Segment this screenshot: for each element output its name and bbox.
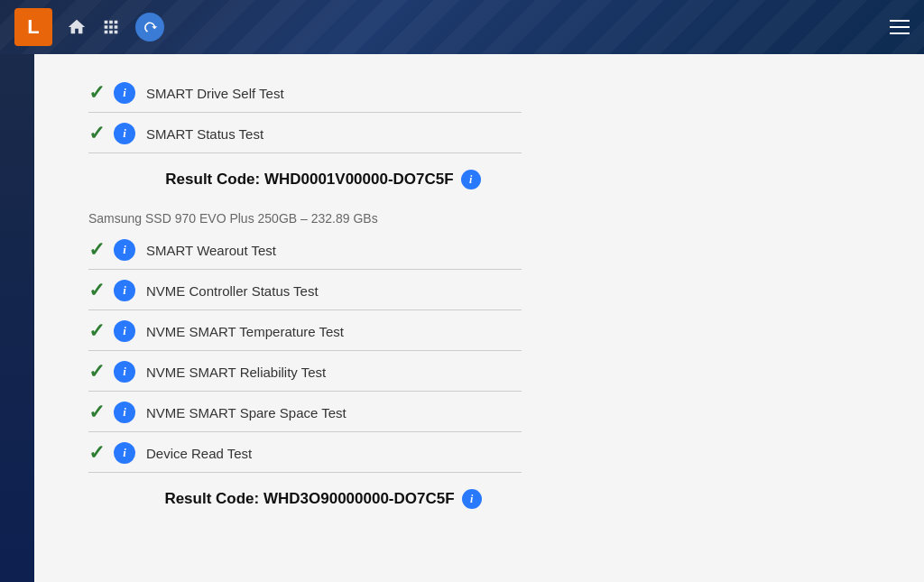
logo-button[interactable]: L	[14, 8, 52, 46]
content-area: ✓ i SMART Drive Self Test ✓ i SMART Stat…	[34, 54, 924, 582]
test-label: NVME Controller Status Test	[146, 283, 319, 299]
info-button[interactable]: i	[114, 442, 135, 464]
info-button[interactable]: i	[114, 123, 135, 144]
test-item: ✓ i SMART Wearout Test	[88, 229, 522, 270]
info-button[interactable]: i	[114, 82, 135, 104]
result-info-icon-2[interactable]: i	[462, 489, 482, 509]
test-label: NVME SMART Spare Space Test	[146, 405, 346, 420]
info-button[interactable]: i	[114, 280, 135, 301]
test-item: ✓ i NVME SMART Reliability Test	[88, 351, 522, 392]
test-label: SMART Status Test	[146, 126, 263, 142]
check-icon: ✓	[88, 319, 105, 343]
hamburger-menu[interactable]	[890, 20, 910, 34]
result-code-2: Result Code: WHD3O90000000-DO7C5F i	[88, 473, 558, 518]
check-icon: ✓	[88, 279, 105, 302]
result-code-text-1: Result Code: WHD0001V00000-DO7C5F i	[165, 170, 480, 189]
info-button[interactable]: i	[114, 239, 135, 261]
grid-icon[interactable]	[101, 17, 121, 37]
refresh-icon[interactable]	[135, 13, 164, 42]
test-item: ✓ i SMART Drive Self Test	[88, 72, 522, 113]
test-label: NVME SMART Temperature Test	[146, 324, 344, 339]
test-label: Device Read Test	[146, 446, 252, 461]
test-label: SMART Wearout Test	[146, 243, 276, 258]
check-icon: ✓	[88, 360, 105, 383]
navbar: L	[0, 0, 924, 54]
result-code-text-2: Result Code: WHD3O90000000-DO7C5F i	[164, 489, 481, 509]
info-button[interactable]: i	[114, 402, 135, 423]
main-container: ✓ i SMART Drive Self Test ✓ i SMART Stat…	[0, 54, 924, 582]
test-item: ✓ i Device Read Test	[88, 432, 522, 473]
check-icon: ✓	[88, 401, 105, 424]
test-item: ✓ i NVME Controller Status Test	[88, 270, 522, 310]
test-label: SMART Drive Self Test	[146, 86, 284, 101]
check-icon: ✓	[88, 122, 105, 145]
test-item: ✓ i NVME SMART Spare Space Test	[88, 392, 522, 432]
home-icon[interactable]	[67, 17, 87, 37]
check-icon: ✓	[88, 81, 105, 105]
test-label: NVME SMART Reliability Test	[146, 365, 326, 380]
section2-tests: ✓ i SMART Wearout Test ✓ i NVME Controll…	[88, 229, 888, 473]
nav-icons	[67, 13, 164, 42]
check-icon: ✓	[88, 441, 105, 465]
device-label: Samsung SSD 970 EVO Plus 250GB – 232.89 …	[88, 199, 888, 229]
result-info-icon-1[interactable]: i	[461, 170, 481, 189]
section1-tests: ✓ i SMART Drive Self Test ✓ i SMART Stat…	[88, 72, 888, 153]
check-icon: ✓	[88, 238, 105, 262]
left-sidebar	[0, 54, 34, 582]
result-code-1: Result Code: WHD0001V00000-DO7C5F i	[88, 153, 558, 199]
info-button[interactable]: i	[114, 320, 135, 342]
info-button[interactable]: i	[114, 361, 135, 383]
test-item: ✓ i NVME SMART Temperature Test	[88, 310, 522, 351]
test-item: ✓ i SMART Status Test	[88, 113, 522, 153]
